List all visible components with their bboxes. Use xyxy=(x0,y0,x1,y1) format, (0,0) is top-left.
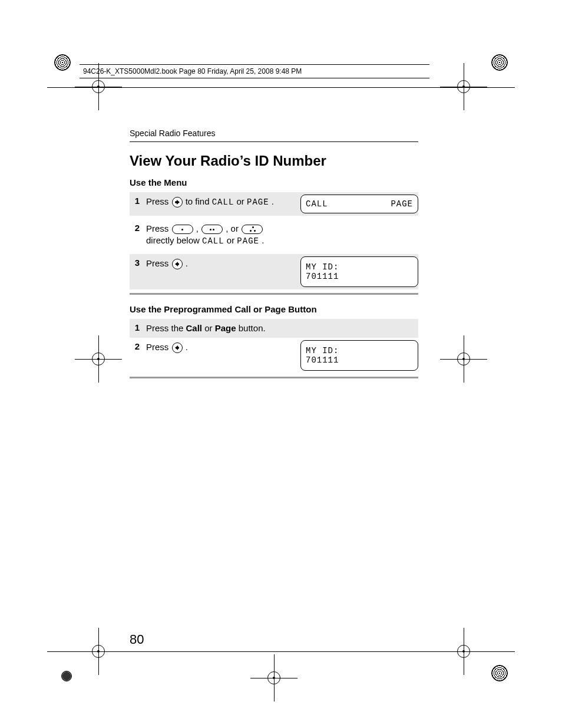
step-text: Press to find CALL or PAGE . xyxy=(145,192,300,212)
step-text: Press . xyxy=(145,338,300,357)
crop-mark-icon xyxy=(90,350,107,368)
subtitle-preprog: Use the Preprogrammed Call or Page Butto… xyxy=(130,304,418,314)
nav-right-icon xyxy=(172,197,183,207)
lcd-text: CALL xyxy=(306,199,328,209)
step-number: 2 xyxy=(130,338,145,355)
step-text: Press , , or directly below CALL or PAGE… xyxy=(145,219,300,251)
book-header-line: 94C26-K_XTS5000Mdl2.book Page 80 Friday,… xyxy=(80,64,429,78)
step-number: 1 xyxy=(130,192,145,209)
preprog-step-1: 1 Press the Call or Page button. xyxy=(130,319,418,338)
lcd-text: MY ID: xyxy=(306,262,413,272)
softkey-three-dot-icon xyxy=(242,225,263,234)
lcd-display: CALL PAGE xyxy=(300,195,418,213)
separator xyxy=(130,293,418,295)
nav-left-icon xyxy=(172,342,183,353)
step-number: 2 xyxy=(130,219,145,236)
crop-mark-icon xyxy=(455,78,472,95)
lcd-display: MY ID: 701111 xyxy=(300,340,418,371)
crop-mark-icon xyxy=(265,669,283,687)
lcd-text: 701111 xyxy=(306,272,413,281)
softkey-one-dot-icon xyxy=(172,225,193,234)
lcd-cell: MY ID: 701111 xyxy=(300,254,418,289)
lcd-cell xyxy=(300,219,418,224)
step-text: Press . xyxy=(145,254,300,273)
section-label: Special Radio Features xyxy=(130,129,418,138)
crop-mark-icon xyxy=(455,350,472,368)
crop-line xyxy=(47,651,515,652)
page-number: 80 xyxy=(130,632,144,647)
lcd-text: MY ID: xyxy=(306,346,413,355)
menu-step-3: 3 Press . MY ID: 701111 xyxy=(130,254,418,289)
step-text: Press the Call or Page button. xyxy=(145,319,300,338)
crop-line xyxy=(47,87,515,88)
register-mark-icon xyxy=(61,671,72,681)
step-number: 1 xyxy=(130,319,145,336)
lcd-cell: CALL PAGE xyxy=(300,192,418,216)
lcd-text: 701111 xyxy=(306,355,413,365)
section-rule xyxy=(130,141,418,142)
menu-step-2: 2 Press , , or directly below CALL or PA… xyxy=(130,216,418,254)
preprog-step-2: 2 Press . MY ID: 701111 xyxy=(130,338,418,373)
lcd-display: MY ID: 701111 xyxy=(300,256,418,287)
content: Special Radio Features View Your Radio’s… xyxy=(130,129,418,388)
menu-step-1: 1 Press to find CALL or PAGE . CALL PAGE xyxy=(130,192,418,216)
subtitle-menu: Use the Menu xyxy=(130,177,418,187)
step-number: 3 xyxy=(130,254,145,271)
separator xyxy=(130,377,418,378)
crop-mark-icon xyxy=(90,78,107,95)
page-title: View Your Radio’s ID Number xyxy=(130,153,418,169)
register-mark-icon xyxy=(54,54,71,71)
page: 94C26-K_XTS5000Mdl2.book Page 80 Friday,… xyxy=(0,0,562,728)
register-mark-icon xyxy=(491,665,508,681)
nav-left-icon xyxy=(172,259,183,269)
book-header-text: 94C26-K_XTS5000Mdl2.book Page 80 Friday,… xyxy=(83,67,302,75)
lcd-cell: MY ID: 701111 xyxy=(300,338,418,373)
register-mark-icon xyxy=(491,54,508,71)
lcd-text: PAGE xyxy=(391,199,413,209)
softkey-two-dot-icon xyxy=(201,225,223,234)
